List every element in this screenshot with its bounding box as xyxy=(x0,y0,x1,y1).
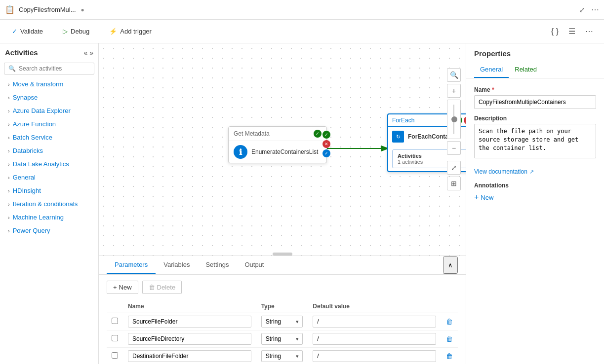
sidebar-item-data-lake-analytics[interactable]: ›Data Lake Analytics xyxy=(0,157,98,171)
zoom-slider[interactable] xyxy=(447,100,461,139)
search-box: 🔍 xyxy=(4,63,94,74)
zoom-out-button[interactable]: − xyxy=(447,141,461,155)
sidebar-item-label: Azure Function xyxy=(13,120,56,128)
zoom-in-button[interactable]: + xyxy=(447,84,461,98)
delete-row-button[interactable]: 🗑 xyxy=(446,352,453,360)
more-options-icon[interactable]: ⋯ xyxy=(591,5,599,14)
param-type-select[interactable]: StringIntBoolArrayObjectFloat xyxy=(261,350,303,362)
param-name-input[interactable] xyxy=(128,350,251,362)
grid-button[interactable]: ⊞ xyxy=(447,177,461,190)
tab-general[interactable]: General xyxy=(474,62,509,78)
param-default-input[interactable] xyxy=(313,350,436,362)
sidebar-item-iteration-conditionals[interactable]: ›Iteration & conditionals xyxy=(0,197,98,211)
get-metadata-header: Get Metadata ✓ xyxy=(229,127,326,141)
table-row: StringIntBoolArrayObjectFloat 🗑 xyxy=(107,330,458,348)
tab-parameters[interactable]: Parameters xyxy=(107,256,156,274)
view-docs-link[interactable]: View documentation ↗ xyxy=(474,168,534,175)
param-name-input[interactable] xyxy=(128,316,251,328)
expand-all-button[interactable]: » xyxy=(89,49,93,57)
new-param-button[interactable]: + New xyxy=(107,281,138,294)
canvas[interactable]: Get Metadata ✓ ℹ EnumerateContainersList… xyxy=(99,43,466,255)
get-metadata-node[interactable]: Get Metadata ✓ ℹ EnumerateContainersList… xyxy=(228,126,327,163)
sidebar-item-move-transform[interactable]: ›Move & transform xyxy=(0,77,98,91)
right-content: Name * Description Scan the file path on… xyxy=(466,78,604,210)
node-check-right[interactable]: ✓ xyxy=(322,131,330,139)
external-link-icon: ↗ xyxy=(529,169,534,175)
list-view-button[interactable]: ☰ xyxy=(565,25,578,38)
sidebar: Activities « » 🔍 ›Move & transform›Synap… xyxy=(0,43,99,364)
more-menu-button[interactable]: ⋯ xyxy=(582,25,596,38)
row-checkbox[interactable] xyxy=(112,318,118,324)
sidebar-title: Activities xyxy=(5,48,38,57)
description-textarea[interactable]: Scan the file path on your source storag… xyxy=(474,124,596,158)
row-checkbox[interactable] xyxy=(112,352,118,359)
sidebar-item-label: HDInsight xyxy=(13,187,41,194)
validate-button[interactable]: ✓ Validate xyxy=(8,26,47,37)
param-type-select[interactable]: StringIntBoolArrayObjectFloat xyxy=(261,316,303,328)
sidebar-item-azure-function[interactable]: ›Azure Function xyxy=(0,117,98,131)
get-metadata-body: ℹ EnumerateContainersList xyxy=(229,141,326,163)
foreach-cross[interactable]: ✕ xyxy=(464,116,466,124)
chevron-icon: › xyxy=(8,228,10,234)
chevron-icon: › xyxy=(8,121,10,127)
add-annotation-plus-icon: + xyxy=(474,193,479,202)
param-default-input[interactable] xyxy=(313,316,436,328)
tab-icon: 📋 xyxy=(5,5,15,14)
param-default-input[interactable] xyxy=(313,333,436,345)
sidebar-item-batch-service[interactable]: ›Batch Service xyxy=(0,131,98,144)
sidebar-items-container: ›Move & transform›Synapse›Azure Data Exp… xyxy=(0,77,98,237)
collapse-all-button[interactable]: « xyxy=(83,49,87,57)
search-input[interactable] xyxy=(19,65,90,72)
add-annotation-button[interactable]: + New xyxy=(474,193,493,202)
tab-output[interactable]: Output xyxy=(237,256,272,274)
col-name: Name xyxy=(123,300,256,313)
search-canvas-button[interactable]: 🔍 xyxy=(447,68,461,82)
close-bottom-panel[interactable]: ∧ xyxy=(443,256,458,274)
chevron-icon: › xyxy=(8,175,10,181)
name-input[interactable] xyxy=(474,95,596,109)
top-bar: 📋 CopyFilesfromMul... ● ⤢ ⋯ xyxy=(0,0,604,20)
sidebar-item-label: Machine Learning xyxy=(13,214,64,221)
code-view-button[interactable]: { } xyxy=(548,25,562,38)
sidebar-item-hdinsight[interactable]: ›HDInsight xyxy=(0,184,98,197)
sidebar-item-databricks[interactable]: ›Databricks xyxy=(0,144,98,157)
debug-icon: ▷ xyxy=(63,28,68,35)
param-type-select[interactable]: StringIntBoolArrayObjectFloat xyxy=(261,333,303,345)
name-label: Name * xyxy=(474,86,596,93)
delete-row-button[interactable]: 🗑 xyxy=(446,335,453,343)
chevron-icon: › xyxy=(8,81,10,87)
sidebar-item-label: Power Query xyxy=(13,227,50,234)
chevron-icon: › xyxy=(8,215,10,220)
node-cross-right[interactable]: ✕ xyxy=(322,140,330,148)
right-panel: Properties General Related Name * Descri… xyxy=(466,43,604,364)
params-toolbar: + New 🗑 Delete xyxy=(107,281,458,294)
toolbar: ✓ Validate ▷ Debug ⚡ Add trigger { } ☰ ⋯ xyxy=(0,20,604,43)
trigger-icon: ⚡ xyxy=(109,28,117,35)
param-name-input[interactable] xyxy=(128,333,251,345)
debug-button[interactable]: ▷ Debug xyxy=(59,26,93,37)
sidebar-item-synapse[interactable]: ›Synapse xyxy=(0,91,98,104)
tab-settings[interactable]: Settings xyxy=(198,256,237,274)
bottom-tabs: ParametersVariablesSettingsOutput ∧ xyxy=(99,256,466,275)
bottom-panel: ParametersVariablesSettingsOutput ∧ + Ne… xyxy=(99,255,466,364)
node-success-action[interactable]: ✓ xyxy=(314,130,322,138)
slider-thumb[interactable] xyxy=(451,116,457,122)
sidebar-item-azure-data-explorer[interactable]: ›Azure Data Explorer xyxy=(0,104,98,117)
bottom-content: + New 🗑 Delete Name Type Defaul xyxy=(99,275,466,364)
panel-divider[interactable] xyxy=(273,253,292,255)
sidebar-item-power-query[interactable]: ›Power Query xyxy=(0,224,98,237)
delete-row-button[interactable]: 🗑 xyxy=(446,318,453,326)
tab-close-icon[interactable]: ● xyxy=(81,6,84,13)
add-trigger-button[interactable]: ⚡ Add trigger xyxy=(105,26,156,37)
node-check2-right[interactable]: ✓ xyxy=(322,149,330,157)
tab-variables[interactable]: Variables xyxy=(156,256,198,274)
sidebar-item-machine-learning[interactable]: ›Machine Learning xyxy=(0,211,98,224)
delete-param-button[interactable]: 🗑 Delete xyxy=(142,281,182,294)
validate-icon: ✓ xyxy=(12,28,17,35)
table-row: StringIntBoolArrayObjectFloat 🗑 xyxy=(107,313,458,330)
fit-view-button[interactable]: ⤢ xyxy=(447,161,461,175)
row-checkbox[interactable] xyxy=(112,335,118,341)
sidebar-item-general[interactable]: ›General xyxy=(0,171,98,184)
restore-icon[interactable]: ⤢ xyxy=(579,6,585,14)
tab-related[interactable]: Related xyxy=(509,62,543,78)
